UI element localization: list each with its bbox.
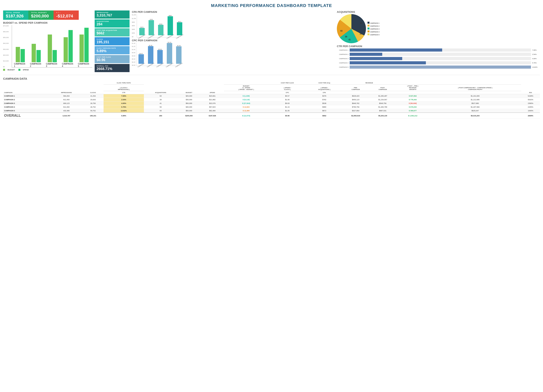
th-revg [396,91,429,94]
campaign-data-section: CAMPAIGN DATA CAMPAIGN IMPRESSIONS CLICK… [3,77,540,119]
table-row: CAMPAIGN 4 812,450 46,752 5.75% 59 $45,0… [3,105,540,109]
th-pre-sub: PRE-CAMPAIGN [342,84,369,91]
th-bvs-sub: BUDGETvs. SPEND( SPEND – BUDGET ) [224,84,268,91]
bar-c1-spend [21,49,25,62]
svg-text:93: 93 [340,30,343,32]
metric-clicks: CLICKS 195,151 [95,37,130,45]
bar-c3-budget [48,34,52,62]
bar-c1-budget [16,47,20,62]
th-revenue-group: REVENUE [342,81,396,84]
table-row: CAMPAIGN 1 584,264 41,254 7.06% 63 $25,0… [3,94,540,98]
ctr-row-3: CAMPAIGN 3 4.00% [337,57,540,60]
th-impressions: IMPRESSIONS [50,81,82,94]
th-bvs-group [224,81,268,84]
metric-acquisitions: ACQUISITIONS 284 [95,19,130,28]
svg-text:63: 63 [360,22,362,24]
th-roi: ROI [521,81,540,94]
y-axis-labels: $70,000 $60,000 $50,000 $40,000 $30,000 … [3,25,9,68]
kpi-total-spend: TOTAL SPEND $187,926 [3,11,28,20]
pie-legend: CAMPAIGN 1 CAMPAIGN 2 CAMPAIGN 3 CAMPAIG… [368,22,379,36]
th-post [369,91,396,94]
page-title: MARKETING PERFORMANCE DASHBOARD TEMPLATE [3,3,540,8]
right-panel: CPA PER CAMPAIGN $1,200$1,000$800$600$40… [132,11,540,72]
cpa-bar-5 [177,22,182,35]
svg-text:28: 28 [360,33,362,35]
legend-budget-dot [3,69,5,71]
ctr-fill-3 [350,57,402,60]
metrics-panel: IMPRESSIONS 3,310,767 ACQUISITIONS 284 C… [95,11,130,72]
ctr-fill-4 [350,61,426,64]
cpa-chart: CPA PER CAMPAIGN $1,200$1,000$800$600$40… [132,11,335,37]
th-spend: SPEND [201,81,224,94]
campaign-table: CAMPAIGN IMPRESSIONS CLICKS CLICK THRU R… [3,81,540,119]
metric-cpc: COST PER CLICK $0.96 [95,55,130,63]
bar-c3-spend [53,50,57,62]
ctr-section: CTR PER CAMPAIGN CAMPAIGN 1 7.06% CAMPAI… [337,45,540,69]
th-profit-sub: ( POST-CAMPAIGN REV – CAMPAIGN SPEND )CA… [429,84,521,91]
table-row: CAMPAIGN 2 812,450 20,643 2.54% 28 $30,0… [3,98,540,101]
th-clicks: CLICKS [83,81,104,94]
cpc-bar-3 [157,50,163,64]
ctr-chart: CAMPAIGN 1 7.06% CAMPAIGN 2 2.54% [337,49,540,69]
ctr-row-2: CAMPAIGN 2 2.54% [337,53,540,56]
th-profit [429,91,521,94]
cpa-bar-2 [148,20,154,35]
cpc-bar-2 [148,46,153,64]
ctr-fill-5 [350,66,531,69]
th-cpc-sub: ( SPEND /CLICKS ) [268,84,306,91]
overall-row: OVERALL 3,310,767 195,151 5.89% 284 $200… [3,113,540,119]
legend-spend-dot [18,69,20,71]
th-bvs [224,91,268,94]
th-cpa-group: COST PER ACQ [306,81,342,84]
ctr-row-1: CAMPAIGN 1 7.06% [337,49,540,51]
th-cpa: CPA [306,91,342,94]
acquisitions-section: ACQUISITIONS 93 [337,11,540,43]
cpc-bar-1 [138,54,144,64]
th-cpa-sub: ( SPEND /ACQUISITIONS ) [306,84,342,91]
th-revgrowth-group [396,81,429,84]
table-row: CAMPAIGN 5 432,480 59,752 13.82% 93 $50,… [3,109,540,113]
th-ctr-sub: ( CLICKS /IMPRESSIONS ) [104,84,144,91]
cpc-bar-4 [167,43,172,64]
bar-c2-spend [36,50,41,62]
chart-legend: BUDGET SPEND [3,69,92,71]
svg-text:41: 41 [349,39,351,41]
budget-bar-chart: CAMPAIGN 1 CAMPAIGN 2 [12,25,92,68]
th-ctr-group: CLICK THRU RATE [104,81,144,84]
cpa-cpc-col: CPA PER CAMPAIGN $1,200$1,000$800$600$40… [132,11,335,72]
th-post-sub: POST-CAMPAIGN [369,84,396,91]
th-cpc-group: COST PER CLICK [268,81,306,84]
bar-c4-budget [64,37,68,62]
ctr-row-4: CAMPAIGN 4 5.75% [337,61,540,64]
svg-text:59: 59 [345,36,347,38]
pie-chart: 93 63 28 41 59 [337,14,366,43]
ctr-row-5: CAMPAIGN 5 13.82% [337,66,540,69]
th-budget: BUDGET [177,81,201,94]
th-revgrowth-sub: ( POST – PRE )REVENUEGROWTH [396,84,429,91]
metric-impressions: IMPRESSIONS 3,310,767 [95,11,130,19]
cpa-bar-4 [168,16,173,35]
kpi-variance: + / – -$12,074 [54,11,79,20]
bar-c5-spend [84,28,89,62]
pie-ctr-col: ACQUISITIONS 93 [337,11,540,72]
th-acquisitions: ACQUISITIONS [144,81,177,94]
cpa-bar-1 [139,28,145,35]
metric-ctr: CLICK THROUGH RATE 5.89% [95,46,130,54]
cpc-bar-5 [176,46,181,64]
th-ctr: CTR [104,91,144,94]
ctr-fill-2 [350,53,382,56]
ctr-fill-1 [350,49,442,51]
metric-cpa: COST PER ACQUISITION $662 [95,28,130,36]
th-campaign: CAMPAIGN [3,81,50,94]
th-cpc: CPC [268,91,306,94]
cpa-bar-3 [158,25,164,35]
cpc-chart: CPC PER CAMPAIGN $1.40$1.20$1.00$0.80$0.… [132,39,335,66]
kpi-total-budget: TOTAL BUDGET $200,000 [28,11,54,20]
bar-c2-budget [32,44,36,62]
bar-c5-budget [79,34,84,62]
table-row: CAMPAIGN 3 669,123 26,750 4.00% 41 $50,0… [3,101,540,105]
th-profit-group [429,81,521,84]
th-pre [342,91,369,94]
metric-roi: OVERALL ROI 2668.71% [95,64,130,72]
bar-c4-spend [68,30,73,62]
